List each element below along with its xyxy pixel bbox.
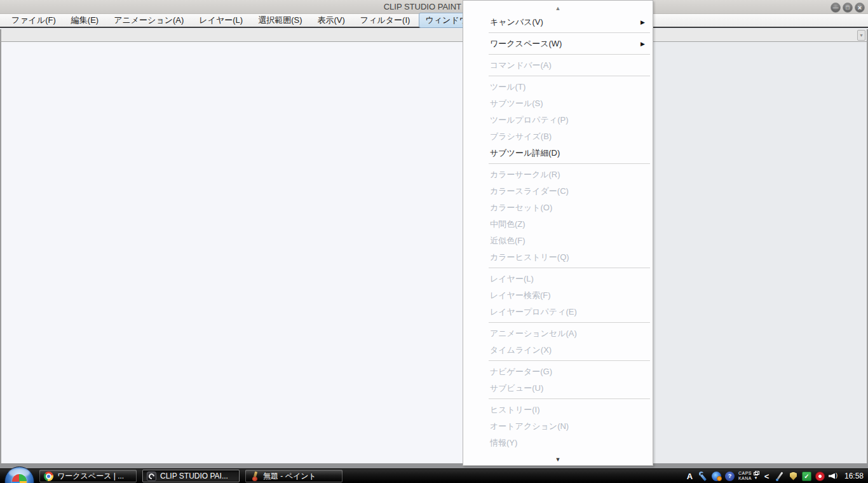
- menu-separator: [489, 268, 650, 268]
- menu-scroll-down-icon[interactable]: ▼: [463, 453, 653, 465]
- ime-pad-icon: [754, 472, 758, 475]
- window-menu-item[interactable]: コマンドバー(A): [463, 57, 653, 74]
- menu-item-label: タイムライン(X): [490, 344, 648, 356]
- tablet-pen-icon[interactable]: [775, 472, 785, 481]
- workarea: [0, 42, 868, 463]
- window-menu-item[interactable]: ツールプロパティ(P): [463, 112, 653, 128]
- ime-input-mode-icon[interactable]: A: [685, 472, 695, 481]
- taskbar-button-clip-studio[interactable]: CLIP STUDIO PAI...: [142, 470, 240, 482]
- taskbar-button-label: 無題 - ペイント: [263, 471, 316, 482]
- window-menu-item[interactable]: 中間色(Z): [463, 216, 653, 233]
- window-menu-item[interactable]: ヒストリー(I): [463, 402, 653, 418]
- ime-tools-icon[interactable]: [698, 472, 708, 481]
- menu-item-label: カラースライダー(C): [490, 186, 648, 197]
- menubar-item-filter[interactable]: フィルター(I): [354, 13, 417, 28]
- window-menu-item[interactable]: サブツール詳細(D): [463, 145, 653, 161]
- ime-menu-caret-icon: ▼: [754, 476, 757, 480]
- close-button[interactable]: ×: [855, 3, 865, 13]
- commandbar: ▼: [0, 29, 868, 42]
- menubar-item-selection[interactable]: 選択範囲(S): [252, 13, 308, 28]
- window-menu-item[interactable]: カラーヒストリー(Q): [463, 249, 653, 266]
- caps-label: CAPS: [738, 471, 752, 476]
- antivirus-icon[interactable]: [815, 472, 825, 481]
- menubar-item-animation[interactable]: アニメーション(A): [107, 13, 190, 28]
- clock[interactable]: 16:58: [844, 472, 864, 480]
- menu-item-label: レイヤープロパティ(E): [490, 306, 648, 318]
- window-menu-item[interactable]: レイヤープロパティ(E): [463, 304, 653, 320]
- chrome-icon: [44, 472, 53, 481]
- window-menu-item[interactable]: カラーサークル(R): [463, 167, 653, 183]
- window-menu-item[interactable]: レイヤー検索(F): [463, 287, 653, 304]
- menu-separator: [489, 163, 650, 164]
- menu-item-label: 近似色(F): [490, 235, 648, 247]
- menubar-item-file[interactable]: ファイル(F): [5, 13, 62, 28]
- window-menu-item[interactable]: 情報(Y): [463, 435, 653, 451]
- language-globe-icon[interactable]: [712, 472, 721, 481]
- menu-separator: [489, 322, 650, 323]
- help-icon[interactable]: ?: [725, 472, 735, 481]
- ime-status-indicator[interactable]: CAPS KANA ▼: [738, 471, 758, 481]
- show-hidden-icons-chevron[interactable]: <: [762, 472, 771, 481]
- menu-item-label: 情報(Y): [490, 437, 648, 449]
- menu-item-label: レイヤー検索(F): [490, 290, 648, 301]
- menu-separator: [489, 54, 650, 55]
- window-menu-item[interactable]: ツール(T): [463, 79, 653, 95]
- menu-item-label: カラーサークル(R): [490, 169, 648, 180]
- window-menu-item[interactable]: ナビゲーター(G): [463, 364, 653, 380]
- window-controls: — □ ×: [831, 3, 865, 13]
- clipstudio-icon: [147, 472, 156, 481]
- taskbar-button-label: ワークスペース | ...: [57, 471, 124, 482]
- window-menu-item[interactable]: タイムライン(X): [463, 342, 653, 358]
- menu-separator: [489, 76, 650, 76]
- menu-scroll-up-icon[interactable]: ▲: [463, 2, 653, 14]
- taskbar-buttons: ワークスペース | ...CLIP STUDIO PAI...無題 - ペイント: [39, 470, 342, 482]
- taskbar-button-label: CLIP STUDIO PAI...: [160, 472, 228, 480]
- window-menu-item[interactable]: サブツール(S): [463, 95, 653, 112]
- commandbar-overflow-button[interactable]: ▼: [857, 30, 865, 41]
- canvas-area[interactable]: [0, 42, 463, 463]
- start-button[interactable]: [4, 466, 34, 483]
- window-menu-item[interactable]: レイヤー(L): [463, 271, 653, 287]
- security-shield-icon[interactable]: [789, 472, 798, 481]
- window-menu-item[interactable]: カラーセット(O): [463, 200, 653, 216]
- window-menu-item[interactable]: ワークスペース(W)▶: [463, 36, 653, 52]
- menu-item-label: オートアクション(N): [490, 421, 648, 432]
- minimize-button[interactable]: —: [831, 3, 841, 13]
- submenu-arrow-icon: ▶: [641, 19, 645, 25]
- menu-item-label: ワークスペース(W): [490, 38, 641, 50]
- maximize-button[interactable]: □: [843, 3, 853, 13]
- window-menu-item[interactable]: キャンバス(V)▶: [463, 14, 653, 31]
- tray-icons-right: <✓: [762, 472, 838, 481]
- menu-item-label: ツールプロパティ(P): [490, 114, 648, 126]
- window-menu-items: キャンバス(V)▶ワークスペース(W)▶コマンドバー(A)ツール(T)サブツール…: [463, 14, 653, 453]
- menu-separator: [489, 32, 650, 33]
- menu-item-label: 中間色(Z): [490, 219, 648, 230]
- window-menu-item[interactable]: サブビュー(U): [463, 380, 653, 397]
- menu-item-label: アニメーションセル(A): [490, 328, 648, 339]
- window-menu-item[interactable]: 近似色(F): [463, 233, 653, 249]
- menu-item-label: ヒストリー(I): [490, 404, 648, 416]
- taskbar-button-ms-paint[interactable]: 無題 - ペイント: [245, 470, 342, 482]
- menu-item-label: ナビゲーター(G): [490, 366, 648, 378]
- window-menu-item[interactable]: ブラシサイズ(B): [463, 128, 653, 145]
- menu-item-label: サブツール(S): [490, 98, 648, 109]
- menubar-item-layer[interactable]: レイヤー(L): [193, 13, 249, 28]
- menu-separator: [489, 398, 650, 399]
- kana-label: KANA: [738, 476, 752, 481]
- titlebar: CLIP STUDIO PAINT — □ ×: [0, 0, 868, 14]
- submenu-arrow-icon: ▶: [641, 41, 645, 47]
- tray-icons-left: A?: [685, 472, 735, 481]
- taskbar-button-chrome-workspace[interactable]: ワークスペース | ...: [39, 470, 137, 482]
- menubar-item-view[interactable]: 表示(V): [311, 13, 351, 28]
- update-check-icon[interactable]: ✓: [802, 472, 811, 481]
- volume-icon[interactable]: [829, 472, 838, 481]
- menubar-item-edit[interactable]: 編集(E): [65, 13, 105, 28]
- taskbar: ワークスペース | ...CLIP STUDIO PAI...無題 - ペイント…: [0, 468, 868, 483]
- menu-item-label: カラーセット(O): [490, 202, 648, 214]
- menu-item-label: サブツール詳細(D): [490, 147, 648, 159]
- paint-icon: [250, 472, 259, 481]
- window-menu-item[interactable]: カラースライダー(C): [463, 183, 653, 200]
- screen: CLIP STUDIO PAINT — □ × ファイル(F)編集(E)アニメー…: [0, 0, 868, 483]
- window-menu-item[interactable]: オートアクション(N): [463, 418, 653, 435]
- window-menu-item[interactable]: アニメーションセル(A): [463, 325, 653, 342]
